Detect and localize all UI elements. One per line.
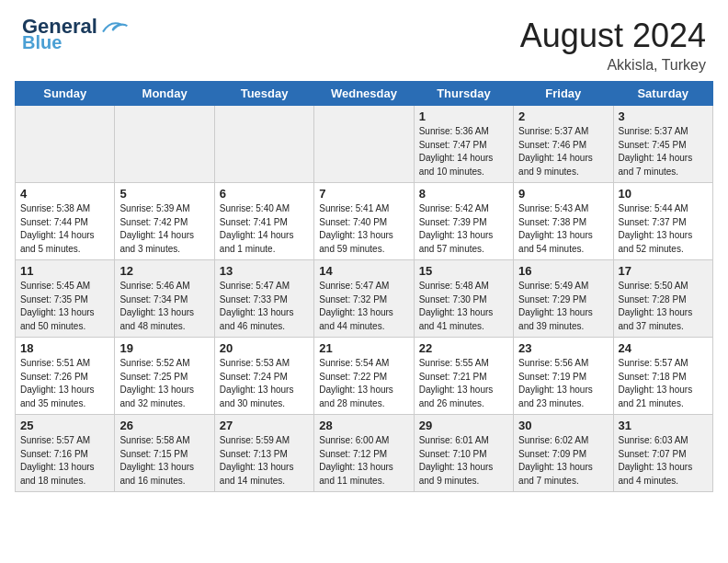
day-number: 7 [319, 187, 408, 201]
logo-bird-icon [99, 18, 129, 35]
day-number: 1 [419, 109, 508, 123]
weekday-header-wednesday: Wednesday [314, 82, 414, 106]
calendar-cell: 27Sunrise: 5:59 AMSunset: 7:13 PMDayligh… [214, 415, 313, 492]
day-number: 31 [619, 419, 708, 432]
calendar-cell: 2Sunrise: 5:37 AMSunset: 7:46 PMDaylight… [514, 106, 613, 183]
weekday-header-monday: Monday [115, 82, 214, 106]
day-number: 10 [619, 187, 708, 201]
day-number: 14 [319, 264, 408, 278]
calendar-cell: 28Sunrise: 6:00 AMSunset: 7:12 PMDayligh… [314, 415, 414, 492]
calendar-cell: 16Sunrise: 5:49 AMSunset: 7:29 PMDayligh… [514, 260, 613, 338]
sun-info: Sunrise: 5:40 AMSunset: 7:41 PMDaylight:… [220, 202, 309, 256]
calendar-cell [214, 106, 313, 183]
day-number: 9 [518, 187, 608, 201]
calendar-cell: 15Sunrise: 5:48 AMSunset: 7:30 PMDayligh… [414, 260, 513, 338]
calendar-week-2: 4Sunrise: 5:38 AMSunset: 7:44 PMDaylight… [16, 183, 713, 260]
weekday-header-thursday: Thursday [414, 82, 513, 106]
sun-info: Sunrise: 5:58 AMSunset: 7:15 PMDaylight:… [119, 434, 209, 488]
calendar-cell: 22Sunrise: 5:55 AMSunset: 7:21 PMDayligh… [414, 338, 513, 415]
sun-info: Sunrise: 5:53 AMSunset: 7:24 PMDaylight:… [220, 357, 309, 410]
day-number: 5 [119, 187, 209, 201]
day-number: 20 [220, 341, 309, 355]
calendar-table: SundayMondayTuesdayWednesdayThursdayFrid… [15, 81, 713, 492]
sun-info: Sunrise: 5:55 AMSunset: 7:21 PMDaylight:… [419, 357, 508, 410]
day-number: 24 [619, 341, 708, 355]
calendar-cell: 20Sunrise: 5:53 AMSunset: 7:24 PMDayligh… [214, 338, 313, 415]
calendar-week-4: 18Sunrise: 5:51 AMSunset: 7:26 PMDayligh… [16, 338, 713, 415]
calendar-cell: 23Sunrise: 5:56 AMSunset: 7:19 PMDayligh… [514, 338, 613, 415]
calendar-cell: 3Sunrise: 5:37 AMSunset: 7:45 PMDaylight… [613, 106, 712, 183]
calendar-cell: 24Sunrise: 5:57 AMSunset: 7:18 PMDayligh… [613, 338, 712, 415]
calendar-cell: 31Sunrise: 6:03 AMSunset: 7:07 PMDayligh… [613, 415, 712, 492]
sun-info: Sunrise: 5:56 AMSunset: 7:19 PMDaylight:… [518, 357, 608, 410]
calendar-week-5: 25Sunrise: 5:57 AMSunset: 7:16 PMDayligh… [16, 415, 713, 492]
calendar-week-1: 1Sunrise: 5:36 AMSunset: 7:47 PMDaylight… [16, 106, 713, 183]
logo: General Blue [22, 17, 129, 52]
day-number: 28 [319, 419, 408, 432]
sun-info: Sunrise: 6:00 AMSunset: 7:12 PMDaylight:… [319, 434, 408, 488]
day-number: 13 [220, 264, 309, 278]
page-header: General Blue August 2024 Akkisla, Turkey [0, 0, 728, 81]
calendar-cell: 7Sunrise: 5:41 AMSunset: 7:40 PMDaylight… [314, 183, 414, 260]
sun-info: Sunrise: 5:45 AMSunset: 7:35 PMDaylight:… [20, 280, 109, 333]
weekday-header-friday: Friday [514, 82, 613, 106]
calendar-week-3: 11Sunrise: 5:45 AMSunset: 7:35 PMDayligh… [16, 260, 713, 338]
sun-info: Sunrise: 6:02 AMSunset: 7:09 PMDaylight:… [518, 434, 608, 488]
day-number: 3 [619, 109, 708, 123]
day-number: 23 [518, 341, 608, 355]
sun-info: Sunrise: 5:57 AMSunset: 7:18 PMDaylight:… [619, 357, 708, 410]
calendar-cell: 26Sunrise: 5:58 AMSunset: 7:15 PMDayligh… [115, 415, 214, 492]
calendar-cell: 12Sunrise: 5:46 AMSunset: 7:34 PMDayligh… [115, 260, 214, 338]
calendar-cell: 10Sunrise: 5:44 AMSunset: 7:37 PMDayligh… [613, 183, 712, 260]
calendar-cell: 17Sunrise: 5:50 AMSunset: 7:28 PMDayligh… [613, 260, 712, 338]
location: Akkisla, Turkey [520, 57, 706, 74]
day-number: 6 [220, 187, 309, 201]
calendar-cell: 8Sunrise: 5:42 AMSunset: 7:39 PMDaylight… [414, 183, 513, 260]
day-number: 16 [518, 264, 608, 278]
calendar-cell: 13Sunrise: 5:47 AMSunset: 7:33 PMDayligh… [214, 260, 313, 338]
calendar: SundayMondayTuesdayWednesdayThursdayFrid… [0, 81, 728, 503]
calendar-cell: 19Sunrise: 5:52 AMSunset: 7:25 PMDayligh… [115, 338, 214, 415]
calendar-cell: 18Sunrise: 5:51 AMSunset: 7:26 PMDayligh… [16, 338, 115, 415]
sun-info: Sunrise: 5:50 AMSunset: 7:28 PMDaylight:… [619, 280, 708, 333]
sun-info: Sunrise: 5:39 AMSunset: 7:42 PMDaylight:… [119, 202, 209, 256]
calendar-cell: 25Sunrise: 5:57 AMSunset: 7:16 PMDayligh… [16, 415, 115, 492]
calendar-cell [16, 106, 115, 183]
day-number: 8 [419, 187, 508, 201]
sun-info: Sunrise: 5:41 AMSunset: 7:40 PMDaylight:… [319, 202, 408, 256]
day-number: 15 [419, 264, 508, 278]
day-number: 26 [119, 419, 209, 432]
calendar-cell: 6Sunrise: 5:40 AMSunset: 7:41 PMDaylight… [214, 183, 313, 260]
calendar-cell: 29Sunrise: 6:01 AMSunset: 7:10 PMDayligh… [414, 415, 513, 492]
sun-info: Sunrise: 5:47 AMSunset: 7:33 PMDaylight:… [220, 280, 309, 333]
sun-info: Sunrise: 5:52 AMSunset: 7:25 PMDaylight:… [119, 357, 209, 410]
sun-info: Sunrise: 5:37 AMSunset: 7:45 PMDaylight:… [619, 125, 708, 178]
day-number: 29 [419, 419, 508, 432]
month-year: August 2024 [520, 17, 706, 55]
calendar-cell: 30Sunrise: 6:02 AMSunset: 7:09 PMDayligh… [514, 415, 613, 492]
calendar-cell: 11Sunrise: 5:45 AMSunset: 7:35 PMDayligh… [16, 260, 115, 338]
day-number: 27 [220, 419, 309, 432]
day-number: 30 [518, 419, 608, 432]
weekday-header-sunday: Sunday [16, 82, 115, 106]
sun-info: Sunrise: 6:03 AMSunset: 7:07 PMDaylight:… [619, 434, 708, 488]
sun-info: Sunrise: 5:59 AMSunset: 7:13 PMDaylight:… [220, 434, 309, 488]
calendar-body: 1Sunrise: 5:36 AMSunset: 7:47 PMDaylight… [16, 106, 713, 492]
sun-info: Sunrise: 5:42 AMSunset: 7:39 PMDaylight:… [419, 202, 508, 256]
sun-info: Sunrise: 5:38 AMSunset: 7:44 PMDaylight:… [20, 202, 109, 256]
day-number: 18 [20, 341, 109, 355]
calendar-cell: 21Sunrise: 5:54 AMSunset: 7:22 PMDayligh… [314, 338, 414, 415]
sun-info: Sunrise: 5:51 AMSunset: 7:26 PMDaylight:… [20, 357, 109, 410]
weekday-header-tuesday: Tuesday [214, 82, 313, 106]
sun-info: Sunrise: 5:48 AMSunset: 7:30 PMDaylight:… [419, 280, 508, 333]
sun-info: Sunrise: 6:01 AMSunset: 7:10 PMDaylight:… [419, 434, 508, 488]
sun-info: Sunrise: 5:44 AMSunset: 7:37 PMDaylight:… [619, 202, 708, 256]
day-number: 12 [119, 264, 209, 278]
day-number: 4 [20, 187, 109, 201]
calendar-cell: 4Sunrise: 5:38 AMSunset: 7:44 PMDaylight… [16, 183, 115, 260]
day-number: 11 [20, 264, 109, 278]
sun-info: Sunrise: 5:49 AMSunset: 7:29 PMDaylight:… [518, 280, 608, 333]
sun-info: Sunrise: 5:47 AMSunset: 7:32 PMDaylight:… [319, 280, 408, 333]
day-number: 25 [20, 419, 109, 432]
day-number: 22 [419, 341, 508, 355]
